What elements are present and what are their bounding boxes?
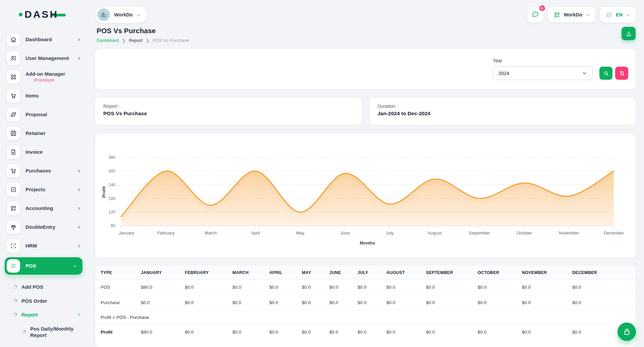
chevron-right-icon <box>77 225 81 229</box>
sidebar-item-label: Invoice <box>25 149 81 155</box>
svg-text:May: May <box>296 230 305 235</box>
svg-text:December: December <box>604 230 624 235</box>
sidebar-subitem-label: Pos Daily/Monthly Report <box>30 326 80 339</box>
sidebar-item-doubleentry[interactable]: DoubleEntry <box>5 219 85 235</box>
svg-text:August: August <box>428 230 442 235</box>
sidebar-subitem-report[interactable]: Report <box>5 308 85 322</box>
column-header: JANUARY <box>136 266 179 280</box>
search-button[interactable] <box>599 67 612 80</box>
cell-value: $0.0 <box>179 295 227 310</box>
dots-grid-icon <box>7 259 20 273</box>
chat-icon <box>532 11 539 19</box>
pos-cart-fab[interactable] <box>618 323 636 341</box>
sidebar-item-retainer[interactable]: Retainer <box>5 125 85 141</box>
cell-value: $0.0 <box>179 325 227 340</box>
duration-label: Duration : <box>378 103 628 109</box>
bullet-icon <box>13 284 18 289</box>
cell-value: $0.0 <box>567 280 636 295</box>
cart-icon <box>7 164 20 178</box>
chevron-right-icon <box>77 206 81 211</box>
cell-value: $0.0 <box>567 295 636 310</box>
floppy-icon <box>7 127 20 140</box>
column-header: SEPTEMBER <box>421 266 472 280</box>
sidebar-item-premium-tag: Premium <box>25 77 81 83</box>
sidebar-item-label: POS <box>25 263 67 269</box>
sidebar-subitem-label: Report <box>21 311 72 318</box>
table-row-purchase: Purchase$0.0$0.0$0.0$0.0$0.0$0.0$0.0$0.0… <box>95 295 636 310</box>
cell-value: $0.0 <box>297 325 324 340</box>
column-header: JUNE <box>324 266 352 280</box>
profit-area-chart-svg: 60120180240300360 JanuaryFebruaryMarchAp… <box>95 138 636 256</box>
cell-value: $0.0 <box>179 280 227 295</box>
cell-value: $0.0 <box>324 325 352 340</box>
chevron-right-icon <box>77 244 81 248</box>
cell-value: $0.0 <box>381 280 421 295</box>
cell-value: $0.0 <box>264 280 297 295</box>
column-header: NOVEMBER <box>517 266 567 280</box>
svg-text:September: September <box>469 230 490 235</box>
users-icon <box>7 52 20 65</box>
sidebar-item-pos[interactable]: POS <box>5 257 83 275</box>
year-filter-label: Year <box>493 58 593 63</box>
messages-button[interactable]: 0 <box>527 7 543 22</box>
cell-value: $0.0 <box>264 325 297 340</box>
sidebar-item-invoice[interactable]: Invoice <box>5 144 85 160</box>
search-icon <box>603 70 609 76</box>
cart-icon <box>7 89 20 102</box>
sidebar-item-add-on-manager[interactable]: Add-on ManagerPremium <box>5 69 85 85</box>
chevron-down-icon <box>137 13 141 17</box>
column-header: APRIL <box>264 266 297 280</box>
sidebar-item-projects[interactable]: Projects <box>5 182 85 198</box>
sidebar-item-items[interactable]: Items <box>5 88 85 104</box>
download-button[interactable] <box>622 27 636 40</box>
chevron-down-icon <box>582 71 587 76</box>
sidebar-item-proposal[interactable]: Proposal <box>5 107 85 123</box>
download-icon <box>626 30 632 37</box>
table-row-pos: POS$80.0$0.0$0.0$0.0$0.0$0.0$0.0$0.0$0.0… <box>95 280 636 295</box>
sidebar-item-label: Add-on ManagerPremium <box>25 71 81 83</box>
column-header: AUGUST <box>381 266 421 280</box>
profit-formula-note: Profit = POS - Purchase <box>95 310 636 325</box>
info-row: Report : POS Vs Purchase Duration : Jan-… <box>95 98 636 125</box>
user-menu-button[interactable]: WorkDo <box>548 7 595 22</box>
chevron-down-icon <box>626 13 630 17</box>
table-note-row: Profit = POS - Purchase <box>95 310 636 325</box>
breadcrumb-report[interactable]: Report <box>129 38 143 43</box>
brand-logo[interactable]: DASH <box>5 7 85 31</box>
profit-chart-card: 60120180240300360 JanuaryFebruaryMarchAp… <box>95 134 636 258</box>
sidebar-subitem-pos-order[interactable]: POS Order <box>5 294 85 308</box>
building-icon <box>97 8 110 21</box>
logo-dot <box>19 13 22 16</box>
sidebar-item-user-management[interactable]: User Management <box>5 50 85 66</box>
svg-text:November: November <box>559 230 579 235</box>
sidebar-item-dashboard[interactable]: Dashboard <box>5 31 85 48</box>
file-text-icon <box>7 145 20 159</box>
row-type: POS <box>95 280 136 295</box>
svg-text:March: March <box>205 230 217 235</box>
reset-icon <box>619 70 625 76</box>
grid-plus-icon <box>553 11 560 18</box>
cell-value: $0.0 <box>297 280 324 295</box>
cell-value: $0.0 <box>517 280 567 295</box>
sidebar-subitem-pos-daily-monthly-report[interactable]: Pos Daily/Monthly Report <box>5 322 85 342</box>
sidebar-item-accounting[interactable]: Accounting <box>5 200 85 216</box>
year-select[interactable]: 2024 <box>493 66 593 80</box>
breadcrumb-dashboard[interactable]: Dashboard <box>97 38 119 43</box>
breadcrumb-separator: ❯ <box>146 38 149 43</box>
reset-filter-button[interactable] <box>615 67 628 80</box>
cell-value: $0.0 <box>352 280 381 295</box>
chevron-right-icon <box>77 313 81 317</box>
sidebar-subitem-add-pos[interactable]: Add POS <box>5 280 85 294</box>
scale-icon <box>7 220 20 234</box>
column-header: MARCH <box>227 266 264 280</box>
workspace-switcher[interactable]: WorkDo <box>95 7 147 23</box>
filter-card: Year 2024 <box>95 49 636 89</box>
year-select-value: 2024 <box>498 71 509 76</box>
swap-icon <box>7 108 20 121</box>
language-button[interactable]: EN <box>600 7 636 22</box>
cell-value: $0.0 <box>517 295 567 310</box>
chevron-right-icon <box>77 169 81 173</box>
target-icon <box>7 239 20 253</box>
sidebar-item-hrm[interactable]: HRM <box>5 238 85 254</box>
sidebar-item-purchases[interactable]: Purchases <box>5 163 85 179</box>
